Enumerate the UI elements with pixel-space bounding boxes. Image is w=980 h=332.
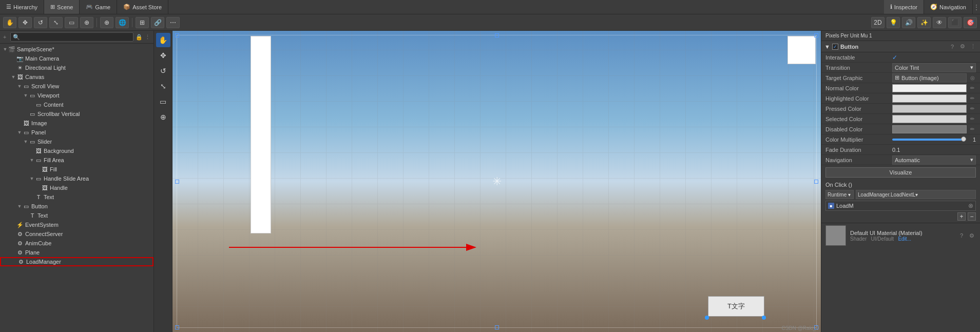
- runtime-dropdown[interactable]: Runtime ▾: [825, 190, 854, 199]
- comp-expand-icon[interactable]: ▼: [824, 44, 830, 50]
- tool-rotate2-btn[interactable]: ↺: [156, 64, 170, 78]
- hand-tool-btn[interactable]: ✋: [3, 17, 16, 28]
- onclick-remove-btn[interactable]: ⊗: [968, 202, 973, 209]
- asset-store-tab[interactable]: 📦 Asset Store: [117, 0, 168, 14]
- selected-color-swatch[interactable]: [892, 115, 967, 123]
- comp-enabled-checkbox[interactable]: ✓: [832, 44, 838, 50]
- tree-item-connectserver[interactable]: ⚙ ConnectServer: [0, 229, 153, 239]
- scene-ui-button[interactable]: T文字: [708, 296, 764, 317]
- extra-btn[interactable]: ⋯: [166, 17, 180, 28]
- comp-help-btn[interactable]: ?: [948, 43, 956, 51]
- hierarchy-lock-icon[interactable]: 🔒: [136, 34, 143, 41]
- comp-settings-btn[interactable]: ⚙: [958, 43, 967, 51]
- method-dropdown[interactable]: LoadManager.LoadNextL▾: [856, 190, 976, 199]
- tool-rect2-btn[interactable]: ▭: [156, 94, 170, 109]
- tree-item-samplescene[interactable]: ▼ 🎬 SampleScene*: [0, 45, 153, 54]
- target-graphic-select-btn[interactable]: ◎: [969, 74, 976, 82]
- tree-item-dirlight[interactable]: ☀ Directional Light: [0, 63, 153, 72]
- tree-item-panel[interactable]: ▼ ▭ Panel: [0, 128, 153, 137]
- effects-btn[interactable]: ✨: [917, 17, 931, 28]
- inspector-tab[interactable]: ℹ Inspector: [884, 0, 924, 14]
- rect-tool-btn[interactable]: ▭: [65, 17, 78, 28]
- scene-tab[interactable]: ⊞ Scene: [44, 0, 80, 14]
- light-btn[interactable]: 💡: [887, 17, 900, 28]
- tree-item-viewport[interactable]: ▼ ▭ Viewport: [0, 91, 153, 100]
- navigation-tab[interactable]: 🧭 Navigation: [924, 0, 973, 14]
- ppu-text: Pixels Per Unit Mu 1: [825, 33, 872, 38]
- comp-menu-btn[interactable]: ⋮: [969, 43, 977, 51]
- hierarchy-menu-icon[interactable]: ⋮: [145, 34, 150, 41]
- scale-tool-btn[interactable]: ⤡: [49, 17, 63, 28]
- rotate-tool-btn[interactable]: ↺: [34, 17, 47, 28]
- target-graphic-ref[interactable]: ⊞ Button (Image): [892, 73, 967, 83]
- tree-item-text-button[interactable]: T Text: [0, 211, 153, 220]
- tree-item-handle[interactable]: 🖼 Handle: [0, 183, 153, 192]
- tree-item-content[interactable]: ▭ Content: [0, 100, 153, 109]
- tree-item-animcube[interactable]: ⚙ AnimCube: [0, 239, 153, 248]
- tree-item-scrollbar[interactable]: ▭ Scrollbar Vertical: [0, 109, 153, 119]
- material-settings-btn[interactable]: ⚙: [968, 231, 976, 240]
- color-multiplier-slider[interactable]: [892, 139, 964, 141]
- selected-color-edit-btn[interactable]: ✏: [969, 115, 976, 123]
- tree-item-fillarea[interactable]: ▼ ▭ Fill Area: [0, 155, 153, 165]
- tree-item-image[interactable]: 🖼 Image: [0, 119, 153, 128]
- tree-item-eventsystem[interactable]: ⚡ EventSystem: [0, 220, 153, 229]
- tool-scale2-btn[interactable]: ⤡: [156, 79, 170, 93]
- normal-color-swatch[interactable]: [892, 84, 967, 92]
- tree-label-fillarea: Fill Area: [44, 157, 64, 163]
- interactable-check[interactable]: ✓: [892, 54, 897, 61]
- game-tab[interactable]: 🎮 Game: [80, 0, 117, 14]
- fade-duration-num[interactable]: 0.1: [892, 147, 900, 153]
- tree-item-fill[interactable]: 🖼 Fill: [0, 165, 153, 174]
- onclick-obj-icon: ■: [828, 203, 834, 209]
- disabled-color-swatch[interactable]: [892, 125, 967, 133]
- tree-item-handleslidearea[interactable]: ▼ ▭ Handle Slide Area: [0, 174, 153, 183]
- material-help-btn[interactable]: ?: [957, 231, 966, 240]
- highlighted-color-swatch[interactable]: [892, 94, 967, 103]
- audio-btn[interactable]: 🔊: [902, 17, 915, 28]
- onclick-remove-entry-btn[interactable]: −: [968, 212, 976, 221]
- tree-icon-dirlight: ☀: [16, 64, 24, 71]
- highlighted-color-edit-btn[interactable]: ✏: [969, 95, 976, 102]
- navigation-dropdown-arrow: ▾: [970, 157, 973, 163]
- transform-tool-btn[interactable]: ⊕: [80, 17, 93, 28]
- snap-btn[interactable]: 🔗: [151, 17, 164, 28]
- tool-custom-btn[interactable]: ⊕: [156, 110, 170, 124]
- onclick-add-btn[interactable]: +: [957, 212, 966, 221]
- move-tool-btn[interactable]: ✥: [18, 17, 32, 28]
- scene-canvas[interactable]: ✳ T文字 CSDN @Raki_0: [172, 31, 821, 332]
- tree-item-canvas[interactable]: ▼ 🖼 Canvas: [0, 72, 153, 82]
- disabled-color-edit-btn[interactable]: ✏: [969, 126, 976, 133]
- tree-item-background[interactable]: 🖼 Background: [0, 146, 153, 155]
- transition-dropdown[interactable]: Color Tint ▾: [892, 63, 976, 72]
- pivot-btn[interactable]: ⊕: [100, 17, 113, 28]
- add-hierarchy-btn[interactable]: +: [3, 34, 6, 40]
- shader-edit-link[interactable]: Edit...: [898, 236, 911, 242]
- visualize-button[interactable]: Visualize: [825, 167, 976, 178]
- tree-item-slider[interactable]: ▼ ▭ Slider: [0, 137, 153, 146]
- gizmos-btn[interactable]: 🎯: [964, 17, 977, 28]
- tree-item-text-slider[interactable]: T Text: [0, 192, 153, 202]
- tool-move2-btn[interactable]: ✥: [156, 48, 170, 63]
- tree-item-scrollview[interactable]: ▼ ▭ Scroll View: [0, 82, 153, 91]
- hide-layers-btn[interactable]: 👁: [933, 17, 946, 28]
- view-2d-btn[interactable]: 2D: [871, 17, 885, 28]
- top-bar: ☰ Hierarchy ⊞ Scene 🎮 Game 📦 Asset Store…: [0, 0, 980, 14]
- global-btn[interactable]: 🌐: [116, 17, 129, 28]
- tree-item-plane[interactable]: ⚙ Plane: [0, 248, 153, 257]
- tree-item-maincamera[interactable]: 📷 Main Camera: [0, 54, 153, 63]
- aspect-btn[interactable]: ⬛: [948, 17, 962, 28]
- hierarchy-header-tab[interactable]: ☰ Hierarchy: [0, 0, 44, 14]
- navigation-dropdown[interactable]: Automatic ▾: [892, 155, 976, 165]
- top-bar-menu-dots[interactable]: ⋮: [973, 3, 980, 11]
- tree-item-loadmanager[interactable]: ⚙ LoadManager: [0, 257, 153, 266]
- grid-btn[interactable]: ⊞: [136, 17, 149, 28]
- normal-color-edit-btn[interactable]: ✏: [969, 85, 976, 92]
- tool-hand-btn[interactable]: ✋: [156, 33, 170, 47]
- hierarchy-search-input[interactable]: [10, 32, 133, 42]
- pressed-color-swatch[interactable]: [892, 105, 967, 113]
- tree-item-button[interactable]: ▼ ▭ Button: [0, 202, 153, 211]
- pressed-color-edit-btn[interactable]: ✏: [969, 105, 976, 112]
- tree-label-slider: Slider: [37, 139, 52, 145]
- tree-icon-image: 🖼: [23, 120, 30, 127]
